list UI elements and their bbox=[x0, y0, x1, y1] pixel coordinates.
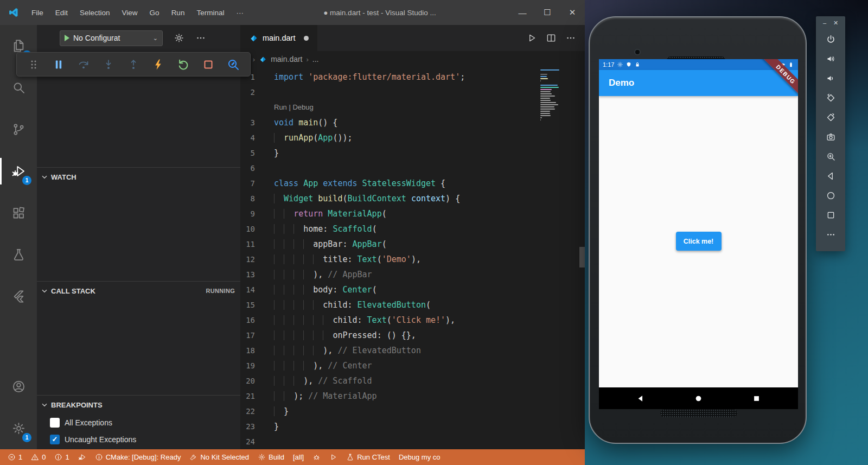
menu-file[interactable]: File bbox=[25, 9, 49, 17]
code-line-20[interactable]: 20 ), // Scaffold bbox=[240, 373, 585, 388]
activity-run-and-debug[interactable]: 1 bbox=[0, 150, 37, 192]
run-file-button[interactable] bbox=[526, 33, 537, 43]
watch-section-header[interactable]: WATCH bbox=[37, 168, 240, 186]
code-line-6[interactable]: 6 bbox=[240, 161, 585, 176]
emulator-close-button[interactable]: ✕ bbox=[833, 20, 838, 27]
line-number[interactable]: 4 bbox=[240, 130, 255, 145]
line-number[interactable]: 16 bbox=[240, 313, 255, 328]
drag-handle-button[interactable] bbox=[23, 54, 44, 75]
line-number[interactable]: 22 bbox=[240, 404, 255, 419]
status-run-ctest[interactable]: Run CTest bbox=[342, 449, 394, 465]
activity-testing[interactable] bbox=[0, 234, 37, 276]
step-into-button[interactable] bbox=[98, 54, 119, 75]
emulator-rotate-right-button[interactable] bbox=[816, 107, 845, 127]
tab-main-dart[interactable]: main.dart bbox=[240, 25, 317, 51]
line-number[interactable]: 9 bbox=[240, 206, 255, 221]
line-number[interactable]: 8 bbox=[240, 191, 255, 206]
close-button[interactable]: ✕ bbox=[560, 0, 585, 25]
restart-button[interactable] bbox=[173, 54, 194, 75]
stop-button[interactable] bbox=[198, 54, 219, 75]
line-number[interactable]: 24 bbox=[240, 434, 255, 449]
scrollbar-thumb[interactable] bbox=[579, 247, 585, 267]
status-warnings[interactable]: 0 bbox=[27, 449, 50, 465]
code-line-14[interactable]: 14 body: Center( bbox=[240, 282, 585, 297]
call-stack-section-header[interactable]: CALL STACK RUNNING bbox=[37, 282, 240, 300]
breadcrumb-item[interactable]: main.dart bbox=[271, 55, 302, 63]
code-line-8[interactable]: 8 Widget build(BuildContext context) { bbox=[240, 191, 585, 206]
breakpoint-item[interactable]: All Exceptions bbox=[37, 414, 240, 431]
emulator-back-button[interactable] bbox=[816, 166, 845, 186]
code-line-10[interactable]: 10 home: Scaffold( bbox=[240, 221, 585, 237]
menu-edit[interactable]: Edit bbox=[49, 9, 74, 17]
nav-home-button[interactable] bbox=[682, 387, 715, 409]
minimap[interactable] bbox=[540, 69, 572, 123]
status-errors[interactable]: 1 bbox=[3, 449, 27, 465]
line-number[interactable]: 14 bbox=[240, 282, 255, 297]
emulator-volume-up-button[interactable] bbox=[816, 49, 845, 68]
code-line-23[interactable]: 23} bbox=[240, 419, 585, 434]
menu-selection[interactable]: Selection bbox=[74, 9, 116, 17]
line-number[interactable]: 23 bbox=[240, 419, 255, 434]
emulator-overview-button[interactable] bbox=[816, 205, 845, 225]
status-build[interactable]: Build bbox=[253, 449, 289, 465]
code-line-11[interactable]: 11 appBar: AppBar( bbox=[240, 237, 585, 252]
line-number[interactable]: 5 bbox=[240, 145, 255, 161]
emulator-screen[interactable]: 1:17 Demo Click me! DEBUG bbox=[599, 59, 798, 409]
emulator-minimize-button[interactable]: – bbox=[823, 20, 826, 26]
code-line-24[interactable]: 24 bbox=[240, 434, 585, 449]
status-debug-target[interactable] bbox=[308, 449, 325, 465]
line-number[interactable]: 20 bbox=[240, 373, 255, 388]
widget-inspector-button[interactable] bbox=[223, 54, 244, 75]
maximize-button[interactable]: ☐ bbox=[535, 0, 560, 25]
activity-settings[interactable]: 1 bbox=[0, 407, 37, 449]
emulator-more-button[interactable] bbox=[816, 225, 845, 244]
code-line-9[interactable]: 9 return MaterialApp( bbox=[240, 206, 585, 221]
emulator-power-button[interactable] bbox=[816, 29, 845, 49]
click-me-button[interactable]: Click me! bbox=[676, 232, 722, 251]
code-line-3[interactable]: 3void main() { bbox=[240, 115, 585, 130]
status-launch-target[interactable] bbox=[325, 449, 342, 465]
menu-terminal[interactable]: Terminal bbox=[190, 9, 230, 17]
status-infos[interactable]: 1 bbox=[50, 449, 73, 465]
code-lens-links[interactable]: Run | Debug bbox=[255, 100, 314, 115]
emulator-rotate-left-button[interactable] bbox=[816, 88, 845, 107]
nav-overview-button[interactable] bbox=[740, 387, 773, 409]
code-line-5[interactable]: 5} bbox=[240, 145, 585, 161]
line-number[interactable]: 10 bbox=[240, 221, 255, 237]
code-editor[interactable]: 1import 'package:flutter/material.dart';… bbox=[240, 67, 585, 449]
modified-dot-icon[interactable] bbox=[304, 36, 309, 41]
more-editor-actions-button[interactable] bbox=[565, 33, 576, 43]
code-line-2[interactable]: 2 bbox=[240, 85, 585, 100]
step-over-button[interactable] bbox=[73, 54, 94, 75]
status-cmake-status[interactable]: CMake: [Debug]: Ready bbox=[91, 449, 186, 465]
line-number[interactable] bbox=[240, 100, 255, 115]
code-line-19[interactable]: 19 ), // Center bbox=[240, 358, 585, 373]
status-kit-selection[interactable]: No Kit Selected bbox=[185, 449, 253, 465]
line-number[interactable]: 3 bbox=[240, 115, 255, 130]
emulator-home-button[interactable] bbox=[816, 186, 845, 205]
minimize-button[interactable]: — bbox=[510, 0, 535, 25]
line-number[interactable]: 18 bbox=[240, 343, 255, 358]
code-line-22[interactable]: 22 } bbox=[240, 404, 585, 419]
menu-view[interactable]: View bbox=[116, 9, 144, 17]
line-number[interactable]: 2 bbox=[240, 85, 255, 100]
line-number[interactable]: 21 bbox=[240, 388, 255, 404]
code-lens[interactable]: Run | Debug bbox=[240, 100, 585, 115]
emulator-zoom-button[interactable] bbox=[816, 146, 845, 166]
code-line-7[interactable]: 7class App extends StatelessWidget { bbox=[240, 176, 585, 191]
unchecked-checkbox[interactable] bbox=[50, 418, 60, 428]
breakpoints-section-header[interactable]: BREAKPOINTS bbox=[37, 396, 240, 414]
line-number[interactable]: 13 bbox=[240, 267, 255, 282]
code-line-16[interactable]: 16 child: Text('Click me!'), bbox=[240, 313, 585, 328]
code-line-4[interactable]: 4 runApp(App()); bbox=[240, 130, 585, 145]
code-line-21[interactable]: 21 ); // MaterialApp bbox=[240, 388, 585, 404]
code-line-12[interactable]: 12 title: Text('Demo'), bbox=[240, 252, 585, 267]
nav-back-button[interactable] bbox=[624, 387, 657, 409]
line-number[interactable]: 19 bbox=[240, 358, 255, 373]
activity-source-control[interactable] bbox=[0, 109, 37, 150]
code-line-18[interactable]: 18 ), // ElevatedButton bbox=[240, 343, 585, 358]
menu-run[interactable]: Run bbox=[165, 9, 191, 17]
status-debug-config[interactable]: Debug my co bbox=[394, 449, 445, 465]
checked-checkbox[interactable]: ✓ bbox=[50, 435, 60, 444]
line-number[interactable]: 15 bbox=[240, 297, 255, 313]
